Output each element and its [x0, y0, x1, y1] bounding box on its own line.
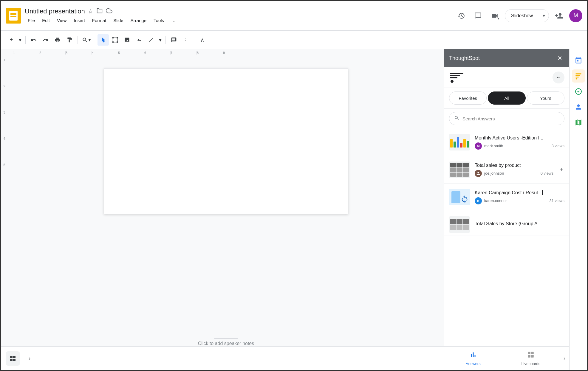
transform-button[interactable]	[109, 34, 121, 46]
ts-item-karen-campaign[interactable]: Karen Campaign Cost / Resul... K karen.c…	[444, 184, 569, 211]
notes-placeholder[interactable]: Click to add speaker notes	[198, 341, 254, 346]
menu-insert[interactable]: Insert	[71, 17, 88, 24]
line-dropdown[interactable]: ▾	[157, 34, 163, 46]
user-avatar[interactable]: M	[569, 9, 582, 22]
more-options-button[interactable]: ⋮	[180, 34, 191, 46]
ruler-mark-4: 4	[92, 51, 118, 55]
ts-item-avatar-1: M	[475, 142, 482, 150]
ts-item-monthly-active[interactable]: Monthly Active Users -Edition I... M mar…	[444, 129, 569, 156]
svg-line-5	[149, 38, 153, 42]
ts-tab-answers[interactable]: Answers	[444, 348, 502, 368]
slideshow-label[interactable]: Slideshow	[505, 10, 539, 22]
image-button[interactable]	[121, 34, 133, 46]
calendar-icon[interactable]	[572, 54, 585, 67]
slideshow-dropdown-icon[interactable]: ▾	[539, 10, 549, 22]
ts-item-total-sales[interactable]: Total sales by product joe.johnson 0 vie…	[444, 156, 569, 184]
thoughtspot-sidebar-icon[interactable]	[572, 69, 585, 83]
main-content: 1 2 3 4 5 6 7 8 9 1 2 3 4 5	[1, 49, 587, 370]
ts-mixed-icon	[449, 189, 470, 205]
select-button[interactable]	[98, 34, 109, 46]
ts-header: ThoughtSpot ✕	[444, 49, 569, 67]
ts-table-cell	[457, 173, 462, 177]
menu-tools[interactable]: Tools	[151, 17, 167, 24]
ts-tab-liveboards[interactable]: Liveboards	[502, 348, 560, 368]
collapse-button[interactable]: ∧	[196, 34, 208, 46]
ts-bottom-expand-button[interactable]: ›	[560, 354, 569, 363]
ts-answers-label: Answers	[466, 361, 481, 366]
ts-item-thumb-1	[449, 134, 470, 150]
folder-icon[interactable]	[96, 7, 103, 15]
line-button[interactable]	[145, 34, 157, 46]
slideshow-button[interactable]: Slideshow ▾	[505, 9, 549, 22]
ts-item-meta-1: M mark.smith 3 views	[475, 142, 564, 150]
zoom-dropdown[interactable]: ▾	[80, 36, 92, 44]
side-ruler: 1 2 3 4 5	[1, 56, 8, 346]
menu-arrange[interactable]: Arrange	[128, 17, 149, 24]
slide-canvas[interactable]	[104, 68, 348, 214]
ts-item-user-2: joe.johnson	[484, 171, 504, 176]
add-dropdown[interactable]: ▾	[17, 34, 23, 46]
ts-table-icon	[449, 162, 470, 178]
person-icon[interactable]	[572, 100, 585, 114]
ts-search-box	[449, 112, 564, 125]
star-icon[interactable]: ☆	[88, 8, 93, 15]
ts-item-store-sales[interactable]: Total Sales by Store (Group A	[444, 211, 569, 235]
ts-item-title-1: Monthly Active Users -Edition I...	[475, 135, 564, 141]
grid-view-button[interactable]	[6, 351, 20, 366]
ts-logo-icon	[449, 72, 464, 83]
comment-add-button[interactable]	[168, 34, 180, 46]
separator-3	[95, 36, 95, 44]
menu-format[interactable]: Format	[89, 17, 109, 24]
ts-tab-favorites[interactable]: Favorites	[449, 91, 487, 105]
add-button[interactable]: +	[6, 34, 17, 46]
menu-slide[interactable]: Slide	[110, 17, 126, 24]
svg-rect-15	[575, 75, 580, 76]
ts-item-avatar-3: K	[475, 197, 482, 204]
ts-item-meta-2: joe.johnson 0 views	[475, 170, 553, 177]
print-button[interactable]	[52, 34, 63, 46]
maps-icon[interactable]	[572, 116, 585, 129]
ruler-mark-6: 6	[144, 51, 170, 55]
undo-button[interactable]	[28, 34, 39, 46]
ts-table-cell	[457, 167, 462, 172]
menu-view[interactable]: View	[54, 17, 69, 24]
top-actions: ▾ Slideshow ▾ M	[455, 9, 582, 22]
next-slide-button[interactable]: ›	[24, 353, 35, 364]
ts-tab-yours[interactable]: Yours	[527, 91, 564, 105]
add-person-button[interactable]	[553, 9, 566, 22]
cloud-icon[interactable]	[106, 7, 112, 15]
top-bar: Untitled presentation ☆ File Edit View I…	[1, 1, 587, 31]
toolbar-add-group: + ▾	[6, 34, 23, 46]
ts-item-add-button[interactable]: +	[558, 165, 564, 175]
ts-close-button[interactable]: ✕	[555, 53, 564, 63]
ts-logo-bar: ←	[444, 67, 569, 88]
svg-point-9	[451, 80, 454, 83]
history-button[interactable]	[455, 9, 468, 22]
menu-more[interactable]: …	[168, 17, 179, 24]
title-row: Untitled presentation ☆	[25, 7, 451, 15]
app-icon	[6, 8, 21, 24]
ts-liveboards-icon	[527, 351, 535, 360]
thoughtspot-panel: ThoughtSpot ✕ ← Favorites	[444, 49, 569, 370]
comment-button[interactable]	[471, 9, 485, 22]
redo-button[interactable]	[40, 34, 51, 46]
doc-title[interactable]: Untitled presentation	[25, 7, 85, 15]
camera-button[interactable]: ▾	[488, 9, 501, 22]
menu-edit[interactable]: Edit	[39, 17, 53, 24]
bottom-bar: ›	[1, 346, 444, 370]
title-section: Untitled presentation ☆ File Edit View I…	[25, 7, 451, 24]
paint-format-button[interactable]	[64, 34, 75, 46]
ts-tab-all[interactable]: All	[488, 91, 525, 105]
svg-rect-14	[575, 73, 581, 74]
ruler-mark-9: 9	[223, 51, 249, 55]
ts-search-input[interactable]	[462, 116, 559, 121]
shape-button[interactable]	[133, 34, 145, 46]
ts-item-views-2: 0 views	[541, 171, 553, 176]
check-icon[interactable]	[572, 85, 585, 98]
svg-rect-7	[450, 75, 460, 76]
ts-item-title-2: Total sales by product	[475, 163, 553, 168]
svg-rect-10	[528, 352, 531, 354]
ts-back-button[interactable]: ←	[553, 72, 564, 83]
slide-area[interactable]: Click to add speaker notes	[8, 56, 444, 346]
menu-file[interactable]: File	[25, 17, 38, 24]
